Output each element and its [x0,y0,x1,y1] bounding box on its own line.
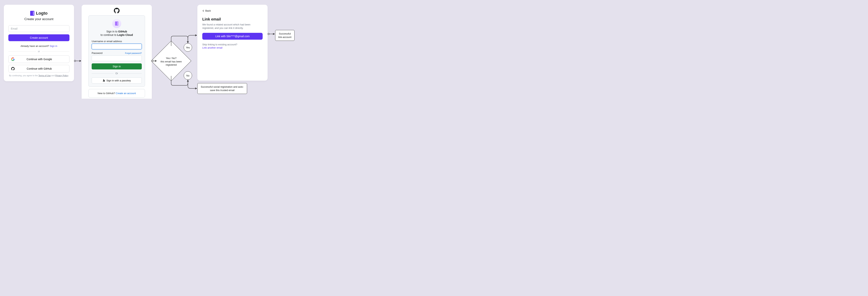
link-email-description: We found a related account which had bee… [202,23,262,30]
passkey-button[interactable]: Sign in with a passkey [92,77,142,84]
decision-text: Yes / No? this email has been registered [157,57,185,67]
username-input[interactable] [92,44,142,49]
github-new-account: New to GitHub? Create an account [88,89,145,98]
result-social-registration: Successful social registration and auto-… [197,83,247,94]
svg-point-0 [74,60,76,62]
logto-logo: Logto [8,11,69,16]
email-field[interactable]: Email [8,25,69,32]
github-icon [11,67,14,70]
github-continue-to: to continue to Logto Cloud [92,33,142,36]
create-github-account-link[interactable]: Create an account [116,92,136,95]
google-button-label: Continue with Google [17,58,62,61]
terms-text: By continuing, you agree to the Terms of… [8,74,69,77]
sign-in-link[interactable]: Sign in [50,44,57,47]
logto-wordmark: Logto [36,11,48,16]
github-button-label: Continue with GitHub [17,67,62,70]
github-signin-box: Sign in to GitHub to continue to Logto C… [88,15,145,87]
logto-signup-card: Logto Create your account Email Create a… [4,5,74,81]
link-another-email-link[interactable]: Link another email [202,46,262,49]
skip-linking-question: Skip linking to existing account? [202,43,262,46]
no-node: No [184,71,192,80]
link-email-title: Link email [202,17,262,22]
yes-node: Yes [184,43,192,52]
svg-point-4 [268,33,269,35]
create-account-heading: Create your account [8,17,69,21]
github-logo-icon [114,8,120,13]
logto-mark-icon [30,11,34,16]
continue-with-github-button[interactable]: Continue with GitHub [8,65,69,72]
already-have-account: Already have an account? Sign in [8,44,69,47]
password-label-row: Password Forgot password? [92,52,142,55]
divider-or: Or [92,72,142,75]
password-label: Password [92,52,102,55]
username-label: Username or email address [92,40,142,43]
github-signin-button[interactable]: Sign in [92,63,142,69]
chevron-left-icon [202,10,204,12]
google-icon [11,58,14,61]
create-account-button[interactable]: Create account [8,34,69,41]
continue-with-google-button[interactable]: Continue with Google [8,56,69,63]
password-input[interactable] [92,56,142,61]
logto-app-icon [112,19,121,28]
back-button[interactable]: Back [202,9,262,12]
passkey-icon [103,79,105,82]
github-oauth-card: Sign in to GitHub to continue to Logto C… [82,5,152,99]
divider-or: or [8,50,69,53]
terms-of-use-link[interactable]: Terms of Use [38,74,51,77]
github-signin-title: Sign in to GitHub [92,30,142,33]
result-link-account: Successful link-account [275,30,294,41]
privacy-policy-link[interactable]: Privacy Policy [55,74,68,77]
link-email-card: Back Link email We found a related accou… [197,5,268,80]
link-with-email-button[interactable]: Link with Silv****@gmail.com [202,33,262,40]
forgot-password-link[interactable]: Forgot password? [125,52,142,54]
email-placeholder: Email [11,27,18,30]
